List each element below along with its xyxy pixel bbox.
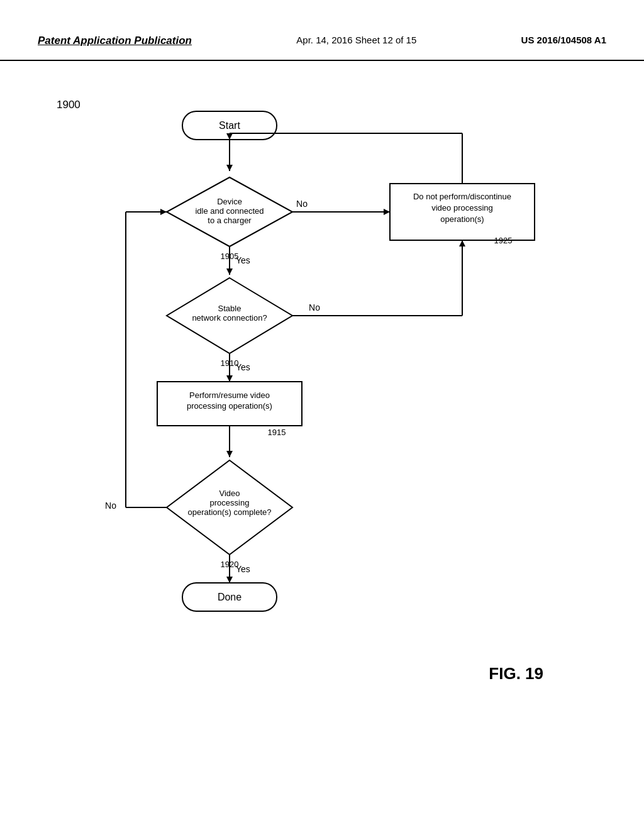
svg-text:idle and connected: idle and connected <box>195 206 264 216</box>
svg-text:processing operation(s): processing operation(s) <box>187 401 272 411</box>
svg-text:1915: 1915 <box>268 428 286 437</box>
svg-marker-51 <box>226 577 233 583</box>
svg-text:Start: Start <box>219 120 240 131</box>
header-right-label: US 2016/104508 A1 <box>521 35 606 45</box>
svg-marker-3 <box>226 165 233 171</box>
header: Patent Application Publication Apr. 14, … <box>0 0 644 61</box>
svg-text:Stable: Stable <box>218 304 242 313</box>
svg-text:No: No <box>296 199 308 209</box>
svg-marker-39 <box>226 451 233 457</box>
flowchart-svg: Start Device idle and connected to a cha… <box>0 74 644 797</box>
svg-text:processing: processing <box>210 498 250 507</box>
svg-marker-48 <box>160 209 167 215</box>
header-left-label: Patent Application Publication <box>38 35 192 47</box>
svg-text:1925: 1925 <box>494 236 513 245</box>
svg-text:Device: Device <box>217 197 242 206</box>
svg-text:No: No <box>309 302 320 313</box>
svg-text:Yes: Yes <box>236 564 250 574</box>
svg-marker-29 <box>459 240 465 246</box>
svg-marker-21 <box>226 268 233 275</box>
svg-text:operation(s): operation(s) <box>440 214 484 224</box>
svg-text:Done: Done <box>218 592 242 602</box>
svg-text:to a charger: to a charger <box>208 216 252 225</box>
svg-text:video processing: video processing <box>431 203 493 213</box>
svg-text:operation(s) complete?: operation(s) complete? <box>188 507 272 517</box>
header-center-label: Apr. 14, 2016 Sheet 12 of 15 <box>296 35 416 45</box>
svg-text:Yes: Yes <box>236 362 250 372</box>
svg-marker-10 <box>384 209 390 215</box>
svg-marker-32 <box>226 375 233 382</box>
svg-text:Video: Video <box>219 489 240 498</box>
svg-text:Yes: Yes <box>236 255 250 265</box>
svg-text:Do not perform/discontinue: Do not perform/discontinue <box>413 192 511 201</box>
svg-text:network connection?: network connection? <box>192 313 267 323</box>
page: Patent Application Publication Apr. 14, … <box>0 0 644 830</box>
svg-text:Perform/resume video: Perform/resume video <box>189 390 270 400</box>
diagram-area: 1900 FIG. 19 Start Device idle and conne… <box>0 74 644 797</box>
svg-text:No: No <box>105 501 116 511</box>
